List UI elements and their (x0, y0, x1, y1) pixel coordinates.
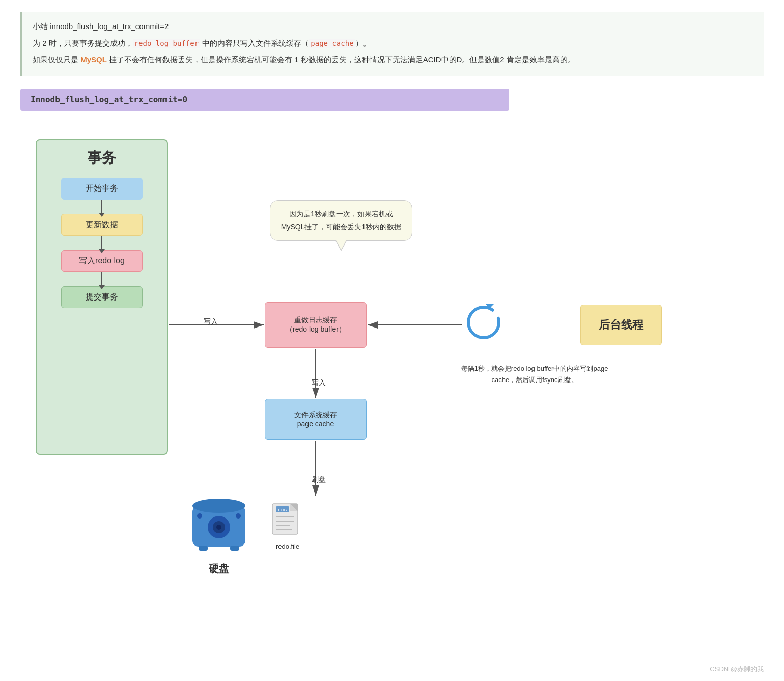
arrow-down-1 (101, 200, 102, 214)
circular-arrow (463, 302, 504, 343)
info-title-text: 小结 innodb_flush_log_at_trx_commit=2 (33, 22, 169, 31)
redo-buffer-line1: 重做日志缓存 (294, 316, 337, 325)
page-wrapper: 小结 innodb_flush_log_at_trx_commit=2 为 2 … (0, 0, 784, 638)
svg-text:LOG: LOG (278, 508, 287, 512)
flow-box: 开始事务 更新数据 写入redo log 提交事务 (45, 178, 159, 308)
harddisk-label: 硬盘 (209, 562, 229, 576)
info-line1-mid: 中的内容只写入文件系统缓存（ (200, 39, 309, 47)
harddisk-area: 硬盘 (188, 496, 249, 576)
svg-point-13 (236, 513, 241, 519)
info-line2-pre: 如果仅仅只是 (33, 55, 80, 64)
svg-point-12 (197, 513, 202, 519)
svg-rect-14 (199, 546, 208, 551)
info-line1-code2: page cache (309, 39, 355, 48)
redofile-label: redo.file (276, 542, 299, 550)
step-redo: 写入redo log (61, 250, 143, 272)
arrow-down-3 (101, 272, 102, 286)
label-flush: 刷盘 (312, 475, 326, 484)
step-update-label: 更新数据 (86, 220, 118, 229)
page-cache-line1: 文件系统缓存 (294, 411, 337, 420)
purple-bar: Innodb_flush_log_at_trx_commit=0 (20, 89, 509, 111)
label-write-horizontal: 写入 (204, 317, 218, 326)
step-update: 更新数据 (61, 214, 143, 236)
backend-thread-label: 后台线程 (599, 317, 643, 333)
backend-thread-box: 后台线程 (580, 305, 662, 345)
step-start-label: 开始事务 (86, 184, 118, 193)
redo-buffer-line2: （redo log buffer） (286, 325, 346, 334)
info-line1-code1: redo log buffer (133, 39, 200, 48)
footer: CSDN @赤脚的我 (710, 665, 764, 674)
backend-desc: 每隔1秒，就会把redo log buffer中的内容写到page cache，… (458, 363, 611, 386)
step-redo-label: 写入redo log (79, 256, 125, 265)
svg-point-8 (192, 499, 245, 513)
info-box: 小结 innodb_flush_log_at_trx_commit=2 为 2 … (20, 12, 764, 76)
purple-bar-label: Innodb_flush_log_at_trx_commit=0 (31, 95, 187, 104)
info-line1-end: ）。 (355, 39, 371, 47)
step-commit-label: 提交事务 (86, 292, 118, 301)
info-line1: 为 2 时，只要事务提交成功，redo log buffer 中的内容只写入文件… (33, 36, 753, 51)
info-line2: 如果仅仅只是 MySQL 挂了不会有任何数据丢失，但是操作系统宕机可能会有 1 … (33, 52, 753, 67)
info-line1-pre: 为 2 时，只要事务提交成功， (33, 39, 133, 47)
step-start: 开始事务 (61, 178, 143, 200)
transaction-title: 事务 (45, 148, 159, 168)
info-line2-mysql: MySQL (80, 55, 107, 64)
redofile-icon: LOG (270, 499, 305, 539)
svg-rect-15 (230, 546, 239, 551)
step-commit: 提交事务 (61, 286, 143, 308)
page-cache-line2: page cache (297, 420, 334, 428)
svg-point-5 (468, 307, 499, 338)
redofile-area: LOG redo.file (270, 499, 305, 550)
page-cache-box: 文件系统缓存 page cache (265, 399, 367, 440)
arrow-down-2 (101, 236, 102, 250)
speech-bubble: 因为是1秒刷盘一次，如果宕机或MySQL挂了，可能会丢失1秒内的数据 (270, 200, 412, 241)
transaction-box: 事务 开始事务 更新数据 写入redo log 提交事务 (36, 139, 168, 455)
svg-point-11 (216, 525, 221, 530)
redo-buffer-box: 重做日志缓存 （redo log buffer） (265, 302, 367, 348)
info-title: 小结 innodb_flush_log_at_trx_commit=2 (33, 19, 753, 34)
harddisk-icon (188, 496, 249, 557)
diagram-area: 事务 开始事务 更新数据 写入redo log 提交事务 写入 (20, 129, 764, 618)
label-write-vertical: 写入 (312, 378, 326, 388)
speech-bubble-text: 因为是1秒刷盘一次，如果宕机或MySQL挂了，可能会丢失1秒内的数据 (281, 210, 401, 231)
info-line2-mid: 挂了不会有任何数据丢失，但是操作系统宕机可能会有 1 秒数据的丢失，这种情况下无… (107, 55, 575, 64)
